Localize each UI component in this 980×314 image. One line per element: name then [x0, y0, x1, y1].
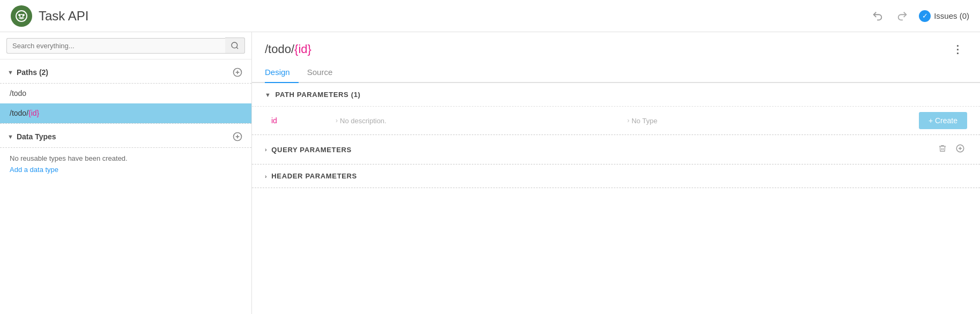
- data-types-title[interactable]: ▼ Data Types: [8, 132, 56, 141]
- param-type-arrow-icon: ›: [627, 117, 629, 124]
- data-types-section: ▼ Data Types No reusable types have been…: [0, 123, 251, 180]
- search-input[interactable]: [6, 38, 225, 54]
- create-button[interactable]: + Create: [919, 112, 967, 129]
- path-parameters-section: ▼ PATH PARAMETERS (1) id › No descriptio…: [252, 83, 980, 135]
- path-params-chevron-icon: ▼: [265, 92, 271, 98]
- sidebar: ▼ Paths (2) /todo /todo/{id} ▼: [0, 32, 252, 314]
- add-data-type-button[interactable]: [231, 130, 244, 143]
- app-logo: [11, 5, 32, 27]
- param-type: › No Type: [627, 117, 919, 125]
- main-layout: ▼ Paths (2) /todo /todo/{id} ▼: [0, 32, 980, 314]
- back-button[interactable]: [870, 8, 886, 24]
- path-parameters-header[interactable]: ▼ PATH PARAMETERS (1): [252, 83, 980, 106]
- tab-design[interactable]: Design: [265, 62, 299, 83]
- param-desc-arrow-icon: ›: [336, 117, 338, 124]
- param-name-id: id: [271, 116, 336, 125]
- content-area: /todo/{id} ⋮ Design Source ▼ PATH PARAME…: [252, 32, 980, 314]
- tabs-row: Design Source: [252, 62, 980, 83]
- app-title: Task API: [39, 9, 88, 24]
- param-row-id: id › No description. › No Type + Create: [252, 106, 980, 134]
- data-types-chevron-icon: ▼: [8, 133, 13, 140]
- path-parameters-title: ▼ PATH PARAMETERS (1): [265, 91, 361, 99]
- issues-label: Issues (0): [934, 11, 969, 20]
- path-id-part: {id}: [294, 42, 311, 56]
- query-params-actions: [936, 143, 967, 156]
- search-button[interactable]: [225, 38, 245, 54]
- svg-point-4: [232, 42, 237, 48]
- header-left: Task API: [11, 5, 88, 27]
- paths-title[interactable]: ▼ Paths (2): [8, 68, 48, 77]
- path-todo-id-label: /todo/{id}: [10, 109, 39, 117]
- path-item-todo-id[interactable]: /todo/{id}: [0, 103, 251, 123]
- delete-query-params-button[interactable]: [936, 143, 949, 156]
- svg-point-0: [16, 11, 27, 21]
- svg-line-5: [236, 47, 238, 49]
- paths-chevron-icon: ▼: [8, 69, 13, 76]
- query-parameters-title[interactable]: › QUERY PARAMETERS: [265, 146, 352, 154]
- content-header: /todo/{id} ⋮: [252, 32, 980, 58]
- query-params-chevron-icon: ›: [265, 146, 267, 153]
- data-types-header: ▼ Data Types: [0, 124, 251, 148]
- more-options-button[interactable]: ⋮: [948, 41, 967, 58]
- issues-button[interactable]: ✓ Issues (0): [919, 10, 969, 22]
- header-params-chevron-icon: ›: [265, 173, 267, 180]
- path-prefix: /todo/: [265, 42, 294, 56]
- data-types-label: Data Types: [17, 132, 56, 141]
- add-data-type-link[interactable]: Add a data type: [0, 165, 251, 180]
- path-todo-label: /todo: [10, 89, 26, 98]
- paths-label: Paths (2): [17, 68, 48, 77]
- search-row: [0, 32, 251, 59]
- header-right: ✓ Issues (0): [870, 8, 969, 24]
- path-item-todo[interactable]: /todo: [0, 84, 251, 103]
- tab-source[interactable]: Source: [307, 62, 341, 83]
- paths-section-header: ▼ Paths (2): [0, 59, 251, 84]
- header-parameters-title[interactable]: › HEADER PARAMETERS: [265, 172, 357, 180]
- query-parameters-section: › QUERY PARAMETERS: [252, 135, 980, 165]
- app-header: Task API ✓ Issues (0): [0, 0, 980, 32]
- issues-check-icon: ✓: [919, 10, 931, 22]
- header-parameters-section: › HEADER PARAMETERS: [252, 165, 980, 188]
- add-path-button[interactable]: [231, 66, 244, 79]
- no-types-message: No reusable types have been created.: [0, 148, 251, 165]
- param-description: › No description.: [336, 117, 627, 125]
- forward-button[interactable]: [894, 8, 910, 24]
- svg-point-3: [20, 14, 23, 18]
- add-query-param-button[interactable]: [953, 143, 967, 156]
- path-title: /todo/{id}: [265, 42, 311, 56]
